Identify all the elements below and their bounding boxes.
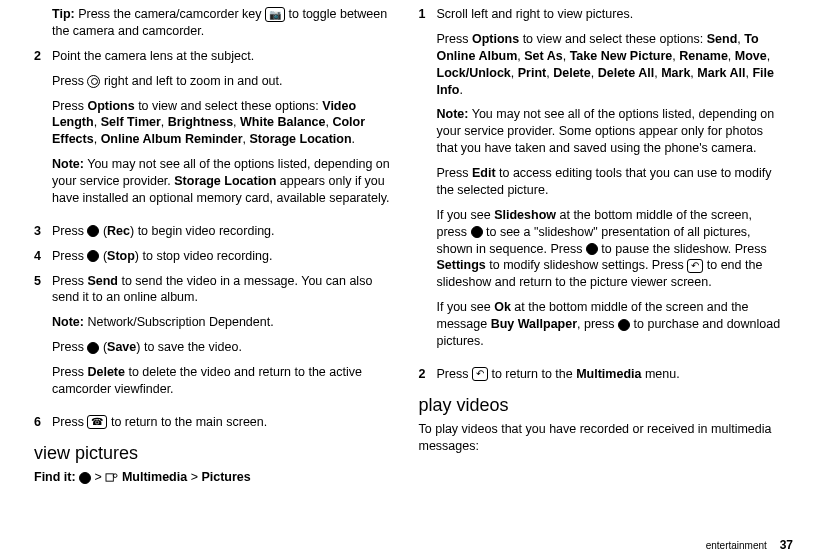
step-body: Press (Rec) to begin video recording. (52, 223, 399, 240)
sep: , (94, 132, 101, 146)
text: Press (52, 274, 87, 288)
sep: > (187, 470, 201, 484)
opt: Delete All (598, 66, 655, 80)
sep: , (591, 66, 598, 80)
center-key-icon (471, 226, 483, 238)
text: menu. (641, 367, 679, 381)
step-body: Press (Stop) to stop video recording. (52, 248, 399, 265)
bold: Pictures (201, 470, 250, 484)
bold: Send (87, 274, 118, 288)
findit-label: Find it: (34, 470, 76, 484)
text: ) to save the video. (136, 340, 242, 354)
step-body: Press Send to send the video in a messag… (52, 273, 399, 406)
find-it-line: Find it: > Multimedia > Pictures (34, 469, 399, 486)
opt: Lock/Unlock (437, 66, 511, 80)
step-body: Press ☎ to return to the main screen. (52, 414, 399, 431)
text: Press (52, 74, 87, 88)
heading-play-videos: play videos (419, 393, 784, 417)
step-number: 4 (34, 248, 52, 265)
dot: . (352, 132, 355, 146)
right-column: 1 Scroll left and right to view pictures… (409, 6, 794, 492)
text: Press (437, 32, 472, 46)
opt: Self Timer (101, 115, 161, 129)
center-key-icon (87, 250, 99, 262)
sep: , (767, 49, 770, 63)
step-number: 5 (34, 273, 52, 406)
note: Note: You may not see all of the options… (437, 106, 784, 157)
text: ) to begin video recording. (130, 224, 275, 238)
text: to view and select these options: (135, 99, 323, 113)
opt: Move (735, 49, 767, 63)
text: to return to the main screen. (107, 415, 267, 429)
note-label: Note: (52, 315, 84, 329)
bold: Settings (437, 258, 486, 272)
step2-line2: Press right and left to zoom in and out. (52, 73, 399, 90)
sep: , (161, 115, 168, 129)
bold: Delete (87, 365, 125, 379)
center-key-icon (79, 472, 91, 484)
step-2: 2 Point the camera lens at the subject. … (34, 48, 399, 215)
opt: Rename (679, 49, 728, 63)
step-3: 3 Press (Rec) to begin video recording. (34, 223, 399, 240)
step-number: 1 (419, 6, 437, 358)
step5-note: Note: Network/Subscription Dependent. (52, 314, 399, 331)
bold: Buy Wallpaper (491, 317, 577, 331)
step-number: 2 (34, 48, 52, 215)
heading-view-pictures: view pictures (34, 441, 399, 465)
step-body: Press ↶ to return to the Multimedia menu… (437, 366, 784, 383)
text: Scroll left and right to view pictures. (437, 6, 784, 23)
play-videos-intro: To play videos that you have recorded or… (419, 421, 784, 455)
text: Press (52, 365, 87, 379)
opt: Set As (524, 49, 562, 63)
text: If you see (437, 208, 495, 222)
text: Press (437, 367, 472, 381)
text: Press (52, 249, 87, 263)
nav-key-icon (87, 75, 100, 88)
text: to modify slideshow settings. Press (486, 258, 687, 272)
step2-line1: Point the camera lens at the subject. (52, 48, 399, 65)
options-label: Options (472, 32, 519, 46)
sep: , (233, 115, 240, 129)
text: to return to the (488, 367, 576, 381)
opt: Storage Location (250, 132, 352, 146)
left-column: Tip: Press the camera/camcorder key 📷 to… (24, 6, 409, 492)
step-number: 2 (419, 366, 437, 383)
options-label: Options (87, 99, 134, 113)
opt: Send (707, 32, 738, 46)
step-body: Scroll left and right to view pictures. … (437, 6, 784, 358)
page-footer: entertainment 37 (706, 538, 793, 552)
slideshow-para: If you see Slideshow at the bottom middl… (437, 207, 784, 291)
text: If you see (437, 300, 495, 314)
center-key-icon (87, 342, 99, 354)
step-number: 6 (34, 414, 52, 431)
center-key-icon (586, 243, 598, 255)
tip-para: Tip: Press the camera/camcorder key 📷 to… (52, 6, 399, 40)
bold: Save (107, 340, 136, 354)
svg-rect-0 (106, 474, 113, 481)
opt: Print (518, 66, 546, 80)
opt: Delete (553, 66, 591, 80)
sep: > (91, 470, 105, 484)
back-key-icon: ↶ (472, 367, 488, 381)
sep: , (563, 49, 570, 63)
text: to view and select these options: (519, 32, 707, 46)
page-number: 37 (780, 538, 793, 552)
bold: Ok (494, 300, 511, 314)
back-key-icon: ↶ (687, 259, 703, 273)
bold: Multimedia (122, 470, 187, 484)
text: to pause the slideshow. Press (598, 242, 767, 256)
step-2-right: 2 Press ↶ to return to the Multimedia me… (419, 366, 784, 383)
multimedia-icon (105, 472, 118, 483)
text: right and left to zoom in and out. (100, 74, 282, 88)
footer-section: entertainment (706, 540, 767, 551)
step-1: 1 Scroll left and right to view pictures… (419, 6, 784, 358)
step5-delete: Press Delete to delete the video and ret… (52, 364, 399, 398)
text: You may not see all of the options liste… (437, 107, 775, 155)
text: Press (52, 415, 87, 429)
sep: , (94, 115, 101, 129)
bold: Stop (107, 249, 135, 263)
step5-line1: Press Send to send the video in a messag… (52, 273, 399, 307)
options-list: Press Options to view and select these o… (437, 31, 784, 99)
text: , press (577, 317, 618, 331)
opt: Mark All (697, 66, 745, 80)
